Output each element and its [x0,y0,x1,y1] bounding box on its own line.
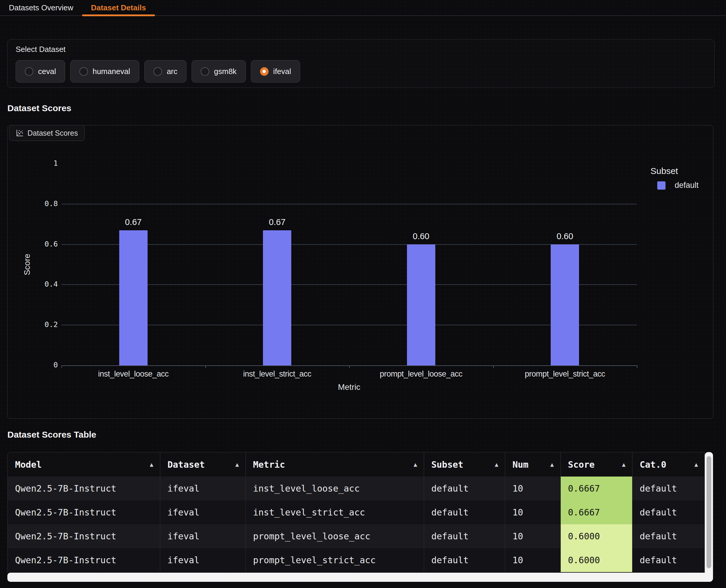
column-header-label: Metric [253,459,285,470]
x-axis-title: Metric [338,382,360,392]
tab-bar: Datasets Overview Dataset Details [0,0,726,16]
sort-asc-icon[interactable]: ▲ [550,461,553,468]
column-header-label: Cat.0 [640,459,666,470]
sort-asc-icon[interactable]: ▲ [414,461,417,468]
x-axis-category-label: prompt_level_loose_acc [349,370,493,379]
legend-label: default [674,181,699,190]
legend-swatch-icon [657,181,666,190]
dataset-scores-chart-panel: Dataset Scores 00.20.40.60.810.67inst_le… [7,125,713,419]
column-header-label: Subset [431,459,463,470]
column-header-cat0[interactable]: Cat.0▲ [632,453,705,477]
column-header-label: Model [15,459,42,470]
cell-dataset[interactable]: ifeval [160,548,245,572]
table-content: Model▲Dataset▲Metric▲Subset▲Num▲Score▲Ca… [7,452,705,573]
column-header-model[interactable]: Model▲ [8,453,160,477]
cell-metric[interactable]: prompt_level_strict_acc [245,548,424,572]
column-header-label: Score [568,459,595,470]
radio-unselected-icon [79,67,88,76]
bar-inst_level_strict_acc[interactable] [263,230,291,365]
cell-subset[interactable]: default [424,477,505,500]
radio-option-arc[interactable]: arc [144,60,186,83]
cell-subset[interactable]: default [424,524,505,548]
cell-subset[interactable]: default [424,548,505,572]
bar-prompt_level_loose_acc[interactable] [407,245,435,365]
cell-subset[interactable]: default [424,500,505,524]
radio-option-humaneval[interactable]: humaneval [70,60,139,83]
sort-asc-icon[interactable]: ▲ [495,461,498,468]
cell-metric[interactable]: inst_level_strict_acc [245,500,424,524]
cell-score[interactable]: 0.6667 [561,500,632,524]
cell-num[interactable]: 10 [505,500,561,524]
cell-num[interactable]: 10 [505,548,561,572]
radio-unselected-icon [201,67,209,76]
cell-model[interactable]: Qwen2.5-7B-Instruct [8,477,160,500]
cell-metric[interactable]: prompt_level_loose_acc [245,524,424,548]
cell-model[interactable]: Qwen2.5-7B-Instruct [8,500,160,524]
x-axis-tick [493,365,494,368]
dataset-scores-table: Model▲Dataset▲Metric▲Subset▲Num▲Score▲Ca… [7,452,713,582]
dataset-scores-table-heading: Dataset Scores Table [7,429,96,440]
sort-asc-icon[interactable]: ▲ [149,461,153,468]
radio-option-label: ceval [38,67,56,76]
select-dataset-label: Select Dataset [16,45,706,54]
legend-title: Subset [650,166,699,176]
bar-prompt_level_strict_acc[interactable] [551,245,579,365]
bar-chart-plot: 00.20.40.60.810.67inst_level_loose_acc0.… [8,125,713,418]
column-header-subset[interactable]: Subset▲ [424,453,505,477]
horizontal-scrollbar[interactable] [7,573,705,582]
tab-dataset-details[interactable]: Dataset Details [82,0,155,16]
sort-asc-icon[interactable]: ▲ [694,461,698,468]
cell-dataset[interactable]: ifeval [160,500,245,524]
cell-model[interactable]: Qwen2.5-7B-Instruct [8,524,160,548]
x-axis-category-label: inst_level_strict_acc [205,370,349,379]
column-header-label: Num [512,459,528,470]
x-axis-tick [637,365,638,368]
cell-score[interactable]: 0.6000 [561,548,632,572]
radio-option-label: ifeval [273,67,291,76]
cell-metric[interactable]: inst_level_loose_acc [245,477,424,500]
chart-tab-label: Dataset Scores [27,129,78,138]
column-header-score[interactable]: Score▲ [561,453,632,477]
cell-dataset[interactable]: ifeval [160,477,245,500]
cell-cat0[interactable]: default [632,524,705,548]
table-row: Qwen2.5-7B-Instructifevalinst_level_stri… [8,500,705,524]
column-header-metric[interactable]: Metric▲ [245,453,424,477]
dataset-radio-group: cevalhumanevalarcgsm8kifeval [16,60,706,83]
dataset-scores-heading: Dataset Scores [7,103,72,113]
cell-dataset[interactable]: ifeval [160,524,245,548]
cell-cat0[interactable]: default [632,500,705,524]
column-header-dataset[interactable]: Dataset▲ [160,453,245,477]
cell-num[interactable]: 10 [505,524,561,548]
cell-model[interactable]: Qwen2.5-7B-Instruct [8,548,160,572]
bar-inst_level_loose_acc[interactable] [119,230,147,365]
app-screen: Datasets Overview Dataset Details Select… [0,0,726,588]
radio-option-ifeval[interactable]: ifeval [251,60,300,83]
sort-asc-icon[interactable]: ▲ [622,461,625,468]
cell-score[interactable]: 0.6000 [561,524,632,548]
cell-cat0[interactable]: default [632,477,705,500]
radio-selected-icon [260,67,268,76]
sort-asc-icon[interactable]: ▲ [235,461,239,468]
chart-tab-button[interactable]: Dataset Scores [9,125,85,141]
x-axis-tick [205,365,206,368]
tab-datasets-overview[interactable]: Datasets Overview [0,0,82,16]
select-dataset-panel: Select Dataset cevalhumanevalarcgsm8kife… [7,39,714,88]
vertical-scrollbar[interactable] [705,452,713,582]
legend-item-default[interactable]: default [650,181,699,190]
radio-option-ceval[interactable]: ceval [16,60,65,83]
bar-value-label: 0.60 [391,231,451,241]
cell-score[interactable]: 0.6667 [561,477,632,500]
radio-option-gsm8k[interactable]: gsm8k [191,60,246,83]
bar-value-label: 0.67 [248,217,307,227]
vertical-scrollbar-thumb[interactable] [707,456,711,568]
column-header-num[interactable]: Num▲ [505,453,561,477]
bar-value-label: 0.60 [536,231,594,241]
scatter-chart-icon [16,129,24,137]
table-row: Qwen2.5-7B-Instructifevalinst_level_loos… [8,477,705,500]
radio-unselected-icon [25,67,33,76]
cell-cat0[interactable]: default [632,548,705,572]
radio-option-label: gsm8k [214,67,237,76]
cell-num[interactable]: 10 [505,477,561,500]
x-axis-tick [61,365,62,368]
y-axis-tick-label: 0.4 [19,280,58,288]
